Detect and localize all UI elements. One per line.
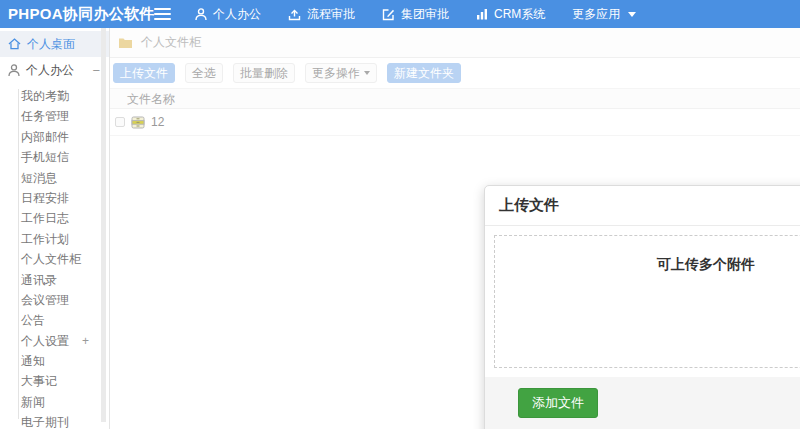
new-folder-button[interactable]: 新建文件夹 [387, 63, 461, 83]
upload-approval-icon [288, 8, 301, 21]
sidebar-item-short-message[interactable]: 短消息 [0, 168, 109, 188]
button-label: 批量删除 [240, 65, 288, 82]
upload-file-button[interactable]: 上传文件 [113, 63, 175, 83]
sidebar-item-internal-mail[interactable]: 内部邮件 [0, 127, 109, 147]
upload-file-modal: 上传文件 可上传多个附件 添加文件 [484, 185, 800, 429]
top-navigation: 个人办公 流程审批 集团审批 CRM系统 更多应用 [195, 6, 636, 23]
sidebar-item-label: 短消息 [21, 168, 57, 188]
sidebar-item-sms[interactable]: 手机短信 [0, 147, 109, 167]
toolbar: 上传文件 全选 批量删除 更多操作 新建文件夹 [110, 58, 800, 88]
modal-body: 可上传多个附件 [485, 226, 800, 377]
nav-more-apps[interactable]: 更多应用 [572, 6, 636, 23]
sidebar: 个人桌面 个人办公 − 我的考勤 任务管理 内部邮件 手机短信 短消息 日程安排… [0, 28, 110, 429]
nav-group-approval[interactable]: 集团审批 [382, 6, 449, 23]
batch-delete-button[interactable]: 批量删除 [233, 63, 295, 83]
sidebar-item-label: 通讯录 [21, 270, 57, 290]
sidebar-item-announcement[interactable]: 公告 [0, 310, 109, 330]
modal-title: 上传文件 [485, 186, 800, 226]
sidebar-item-personal-office[interactable]: 个人办公 − [0, 57, 109, 83]
sidebar-scrollbar[interactable] [101, 28, 106, 422]
sidebar-item-label: 内部邮件 [21, 127, 69, 147]
upload-dropzone[interactable]: 可上传多个附件 [494, 235, 800, 368]
sidebar-item-label: 会议管理 [21, 290, 69, 310]
nav-item-label: 更多应用 [572, 6, 620, 23]
sidebar-submenu: 我的考勤 任务管理 内部邮件 手机短信 短消息 日程安排 工作日志 工作计划 个… [0, 86, 109, 429]
sidebar-item-label: 个人设置 [21, 331, 69, 351]
nav-crm-system[interactable]: CRM系统 [476, 6, 545, 23]
modal-footer: 添加文件 [485, 377, 800, 429]
table-row[interactable]: 12 [110, 109, 800, 136]
sidebar-item-schedule[interactable]: 日程安排 [0, 188, 109, 208]
home-icon [8, 38, 21, 50]
nav-personal-office[interactable]: 个人办公 [195, 6, 261, 23]
sidebar-item-personal-desktop[interactable]: 个人桌面 [0, 31, 109, 57]
sidebar-item-work-plan[interactable]: 工作计划 [0, 229, 109, 249]
sidebar-item-label: 通知 [21, 351, 45, 371]
sidebar-item-label: 我的考勤 [21, 86, 69, 106]
page-title: 个人文件柜 [141, 34, 201, 51]
sidebar-item-label: 电子期刊 [21, 412, 69, 429]
table-header-file-name: 文件名称 [110, 88, 800, 109]
breadcrumb: 个人文件柜 [110, 28, 800, 58]
dropzone-hint: 可上传多个附件 [657, 256, 755, 272]
nav-item-label: 流程审批 [307, 6, 355, 23]
user-icon [195, 8, 207, 21]
sidebar-item-e-journal[interactable]: 电子期刊 [0, 412, 109, 429]
caret-down-icon [628, 12, 636, 17]
nav-item-label: CRM系统 [494, 6, 545, 23]
sidebar-item-label: 工作计划 [21, 229, 69, 249]
folder-icon [118, 37, 133, 49]
top-bar: PHPOA协同办公软件 个人办公 流程审批 集团审批 CRM系统 [0, 0, 800, 28]
sidebar-item-personal-settings[interactable]: 个人设置 + [0, 331, 109, 351]
file-cabinet-icon [131, 116, 145, 129]
sidebar-item-address-book[interactable]: 通讯录 [0, 270, 109, 290]
sidebar-item-work-log[interactable]: 工作日志 [0, 208, 109, 228]
button-label: 上传文件 [120, 65, 168, 82]
sidebar-item-label: 大事记 [21, 371, 57, 391]
file-name: 12 [151, 115, 164, 129]
sidebar-item-label: 新闻 [21, 392, 45, 412]
app-logo: PHPOA协同办公软件 [0, 5, 148, 24]
sidebar-item-my-attendance[interactable]: 我的考勤 [0, 86, 109, 106]
submenu-guide-line [18, 89, 19, 419]
sidebar-item-meeting-management[interactable]: 会议管理 [0, 290, 109, 310]
button-label: 新建文件夹 [394, 65, 454, 82]
sidebar-item-memorabilia[interactable]: 大事记 [0, 371, 109, 391]
sidebar-item-label: 个人文件柜 [21, 249, 81, 269]
sidebar-item-notification[interactable]: 通知 [0, 351, 109, 371]
sidebar-item-news[interactable]: 新闻 [0, 392, 109, 412]
button-label: 更多操作 [312, 65, 360, 82]
row-checkbox[interactable] [115, 117, 125, 127]
select-all-button[interactable]: 全选 [185, 63, 223, 83]
edit-square-icon [382, 8, 395, 21]
button-label: 全选 [192, 65, 216, 82]
sidebar-item-label: 工作日志 [21, 208, 69, 228]
user-icon [8, 64, 20, 77]
nav-item-label: 个人办公 [213, 6, 261, 23]
sidebar-item-label: 个人办公 [26, 62, 74, 79]
nav-item-label: 集团审批 [401, 6, 449, 23]
sidebar-item-label: 日程安排 [21, 188, 69, 208]
sidebar-item-personal-file-cabinet[interactable]: 个人文件柜 [0, 249, 109, 269]
sidebar-item-label: 个人桌面 [27, 36, 75, 53]
sidebar-item-label: 公告 [21, 310, 45, 330]
sidebar-item-label: 手机短信 [21, 147, 69, 167]
more-actions-button[interactable]: 更多操作 [305, 63, 377, 83]
collapse-minus-icon[interactable]: − [92, 63, 100, 78]
sidebar-item-label: 任务管理 [21, 106, 69, 126]
sidebar-item-task-management[interactable]: 任务管理 [0, 106, 109, 126]
add-file-button[interactable]: 添加文件 [518, 388, 598, 418]
nav-process-approval[interactable]: 流程审批 [288, 6, 355, 23]
caret-down-icon [364, 71, 370, 75]
expand-plus-icon[interactable]: + [82, 331, 89, 351]
hamburger-menu-icon[interactable] [154, 8, 171, 20]
bar-chart-icon [476, 8, 488, 20]
